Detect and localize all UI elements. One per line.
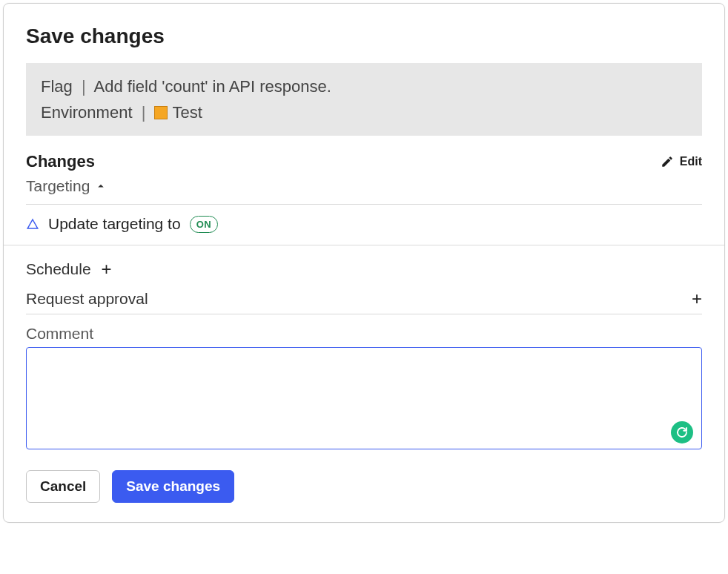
environment-label: Environment xyxy=(41,103,133,122)
dialog-title: Save changes xyxy=(26,24,702,48)
environment-info-row: Environment | Test xyxy=(41,99,687,125)
targeting-update-text: Update targeting to xyxy=(48,215,181,233)
comment-box xyxy=(26,347,702,452)
targeting-state-pill: ON xyxy=(190,216,219,233)
changes-heading: Changes xyxy=(26,152,95,171)
separator-icon: | xyxy=(142,103,146,122)
targeting-toggle[interactable]: Targeting xyxy=(26,177,702,195)
approval-add-button[interactable]: + xyxy=(692,290,702,308)
targeting-change-row: Update targeting to ON xyxy=(26,204,702,245)
chevron-up-icon xyxy=(94,179,107,193)
schedule-add-button[interactable]: + xyxy=(102,260,112,278)
save-changes-dialog: Save changes Flag | Add field 'count' in… xyxy=(3,3,725,523)
environment-value: Test xyxy=(172,103,202,122)
approval-label: Request approval xyxy=(26,290,148,308)
environment-color-swatch xyxy=(154,106,168,119)
divider xyxy=(4,245,724,245)
cancel-button[interactable]: Cancel xyxy=(26,470,100,503)
comment-input[interactable] xyxy=(26,347,702,449)
flag-info-row: Flag | Add field 'count' in API response… xyxy=(41,73,687,99)
divider xyxy=(26,314,702,314)
targeting-label: Targeting xyxy=(26,177,90,195)
delta-icon xyxy=(26,217,39,231)
edit-button[interactable]: Edit xyxy=(661,155,702,168)
dialog-actions: Cancel Save changes xyxy=(26,470,702,503)
save-button[interactable]: Save changes xyxy=(112,470,234,503)
approval-row: Request approval + xyxy=(26,284,702,314)
flag-value: Add field 'count' in API response. xyxy=(94,77,331,96)
comment-label: Comment xyxy=(26,325,702,343)
changes-header: Changes Edit xyxy=(26,152,702,171)
flag-info-box: Flag | Add field 'count' in API response… xyxy=(26,63,702,136)
schedule-label: Schedule xyxy=(26,260,91,278)
flag-label: Flag xyxy=(41,77,73,96)
edit-label: Edit xyxy=(680,155,702,168)
separator-icon: | xyxy=(82,77,86,96)
pencil-icon xyxy=(661,155,674,168)
schedule-row: Schedule + xyxy=(26,254,702,284)
